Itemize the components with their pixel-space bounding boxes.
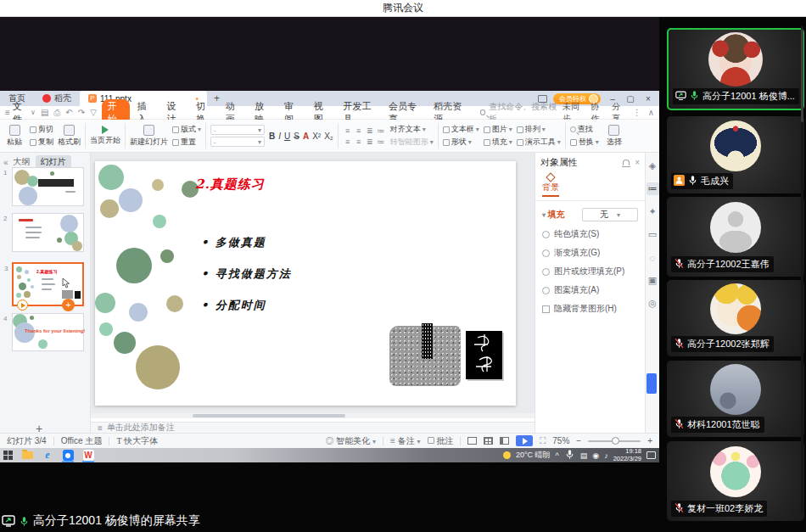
canvas-horizontal-scrollbar[interactable] (91, 413, 535, 418)
tab-docer[interactable]: 稻壳 (34, 91, 80, 106)
redo-icon[interactable]: ↷ (78, 108, 85, 117)
collapse-pane-icon[interactable]: « (3, 158, 8, 167)
thumbnail-add-button[interactable]: + (62, 299, 75, 311)
paragraph-icons[interactable]: ≡≡≣≔≡≡≣≔ (343, 126, 386, 147)
textbox-button[interactable]: 文本框▾ (443, 124, 479, 135)
select-button[interactable]: 选择 (603, 125, 625, 148)
print-icon[interactable]: ⎙ (53, 108, 60, 118)
slide-thumbnail-2[interactable]: 2 (12, 213, 84, 252)
tab-outline[interactable]: 大纲 (14, 156, 31, 168)
font-family-select[interactable]: -▾ (210, 125, 265, 135)
media-icon[interactable]: ▣ (646, 274, 659, 287)
close-panel-icon[interactable]: × (635, 158, 640, 167)
calligraphy-seal-image[interactable] (466, 331, 502, 379)
fill-radio-option[interactable]: 纯色填充(S) (535, 225, 645, 244)
wps-taskbar-icon[interactable]: W (82, 450, 94, 461)
fontfit-label[interactable]: T 快大字体 (116, 435, 158, 447)
format-icon-6[interactable]: X₂ (324, 132, 333, 141)
thumbnail-play-button[interactable] (17, 300, 28, 311)
align-text-button[interactable]: 对齐文本▾ (390, 124, 434, 135)
tray-security-icon[interactable]: ▤ (580, 451, 588, 460)
sidebar-scrollbar[interactable] (801, 25, 803, 513)
ie-browser-icon[interactable]: e (42, 450, 53, 461)
slide-thumbnail-3[interactable]: 32.真题练习+ (12, 262, 84, 306)
format-icon-2[interactable]: U (284, 132, 290, 141)
participant-tile[interactable]: 复材一班02李娇龙 (667, 441, 804, 521)
slide-thumbnail-1[interactable]: 1 (12, 167, 84, 206)
present-tools-button[interactable]: 演示工具▾ (517, 137, 561, 148)
comment-button[interactable]: 批注 (428, 435, 454, 447)
save-icon[interactable]: ▤ (41, 108, 48, 117)
effects-icon[interactable]: ✦ (646, 205, 659, 218)
shape-button[interactable]: 形状▾ (443, 137, 479, 148)
collapse-ribbon-icon[interactable]: ∧ (648, 108, 654, 117)
current-slide[interactable]: 2.真题练习 多做真题寻找做题方法分配时间 (95, 161, 516, 406)
fill-radio-option[interactable]: 图片或纹理填充(P) (535, 262, 645, 281)
normal-view-icon[interactable] (467, 437, 477, 445)
beautify-button[interactable]: ◎ 智能美化 ▾ (326, 435, 377, 447)
layout-button[interactable]: 版式▾ (172, 124, 201, 135)
format-painter-button[interactable]: 格式刷 (58, 125, 81, 148)
stone-rubbing-image[interactable] (389, 326, 461, 386)
comment-icon[interactable]: ▭ (646, 228, 659, 241)
fit-icon[interactable]: ⛶ (540, 436, 546, 446)
hide-background-checkbox[interactable]: 隐藏背景图形(H) (535, 300, 645, 318)
tab-background[interactable]: 背景 (542, 174, 559, 197)
sorter-view-icon[interactable] (484, 437, 493, 445)
clock[interactable]: 19:182022/3/29 (613, 448, 641, 462)
fill-radio-option[interactable]: 渐变填充(G) (535, 244, 645, 262)
tray-expand-icon[interactable]: ^ (556, 451, 559, 460)
format-icon-5[interactable]: X² (312, 132, 321, 141)
tray-mic-icon[interactable] (564, 449, 575, 462)
undo-icon[interactable]: ↶ (65, 108, 72, 117)
slideshow-button[interactable] (516, 435, 533, 446)
paste-button[interactable]: 粘贴 (3, 125, 25, 148)
fill-type-select[interactable]: 无▾ (582, 208, 638, 221)
action-center-icon[interactable] (646, 451, 656, 459)
more-icon[interactable]: ▽ (90, 108, 97, 117)
arrange-button[interactable]: 排列▾ (517, 124, 561, 135)
tray-volume-icon[interactable]: ♪ (604, 451, 608, 460)
participant-tile[interactable]: 高分子12001 杨俊博... (667, 28, 804, 110)
properties-icon[interactable]: ≔ (646, 182, 659, 195)
fill-button[interactable]: 填充▾ (484, 137, 512, 148)
smart-graphic-button[interactable]: 转智能图形▾ (390, 137, 434, 148)
zoom-level[interactable]: 75% (552, 436, 569, 445)
picture-button[interactable]: 图片▾ (484, 124, 512, 135)
file-explorer-icon[interactable] (21, 450, 33, 461)
format-icon-3[interactable]: S (294, 132, 299, 141)
replace-button[interactable]: 替换▾ (570, 137, 599, 148)
reading-view-icon[interactable] (500, 437, 509, 445)
tencent-meeting-taskbar-icon[interactable] (62, 450, 74, 461)
notes-button[interactable]: ≡ 备注 ▾ (390, 435, 420, 447)
tray-network-icon[interactable]: ◉ (592, 451, 599, 460)
font-size-select[interactable]: -▾ (210, 137, 265, 147)
zoom-slider[interactable] (588, 440, 641, 442)
zoom-out-button[interactable]: − (576, 436, 581, 445)
play-from-current-button[interactable]: 当页开始 (90, 126, 120, 146)
new-slide-button[interactable]: 新建幻灯片 (130, 125, 168, 148)
fill-radio-option[interactable]: 图案填充(A) (535, 281, 645, 300)
pin-icon[interactable] (623, 160, 630, 165)
participant-tile[interactable]: 高分子12002王嘉伟 (667, 197, 804, 277)
cut-button[interactable]: 剪切 (30, 124, 53, 135)
participant-tile[interactable]: 毛成兴 (667, 116, 804, 193)
participant-tile[interactable]: 高分子12002张郑辉 (667, 280, 804, 356)
format-icon-0[interactable]: B (269, 132, 275, 141)
theme-icon[interactable]: ◈ (646, 160, 659, 172)
zoom-in-button[interactable]: + (647, 436, 652, 445)
help-icon[interactable]: ◌ (646, 251, 659, 264)
copy-button[interactable]: 复制 (30, 137, 53, 148)
weather-text[interactable]: 20°C 晴朗 (516, 450, 551, 461)
reset-button[interactable]: 重置 (172, 137, 201, 148)
participant-name: 毛成兴 (701, 175, 729, 188)
slide-thumbnail-4[interactable]: 4Thanks for your listening! (12, 313, 84, 351)
format-icon-1[interactable]: I (278, 132, 281, 141)
overflow-icon[interactable]: ⋮ (633, 108, 641, 117)
panel-scroll-thumb[interactable] (646, 373, 657, 394)
settings-icon[interactable]: ◎ (646, 297, 659, 310)
start-button[interactable] (3, 451, 13, 460)
participant-tile[interactable]: 材科12001范世聪 (667, 361, 804, 437)
format-icon-4[interactable]: A (303, 132, 309, 141)
find-button[interactable]: 查找 (570, 124, 599, 135)
